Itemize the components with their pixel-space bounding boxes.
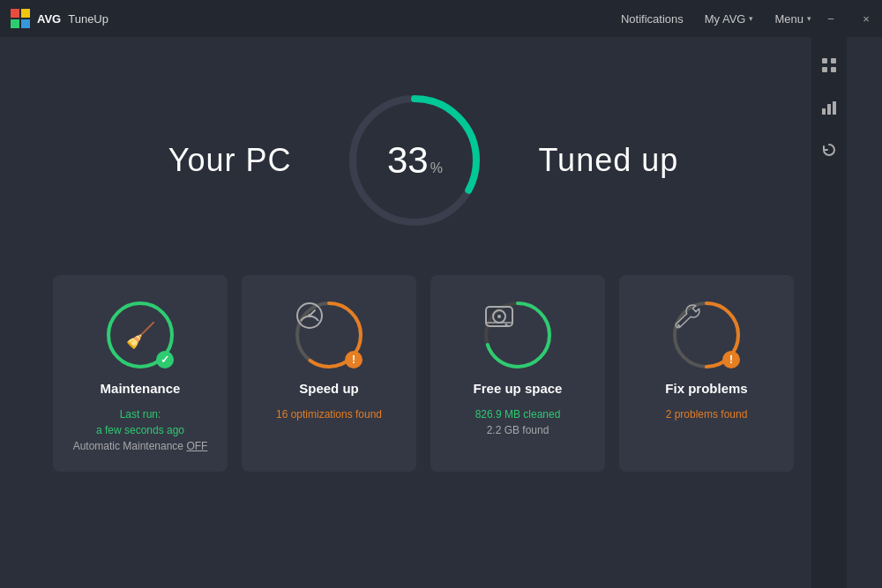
score-display: 33 % <box>387 142 443 179</box>
fix-problems-title: Fix problems <box>665 381 747 396</box>
svg-rect-29 <box>833 101 836 115</box>
svg-point-12 <box>308 314 311 317</box>
score-circle: 33 % <box>344 90 485 231</box>
svg-rect-24 <box>831 58 836 63</box>
cards-section: 🧹 ✓ Maintenance Last run:a few seconds a… <box>0 275 847 472</box>
maintenance-subtitle: Last run:a few seconds ago Automatic Mai… <box>73 406 208 454</box>
avg-prefix: AVG <box>37 12 61 26</box>
speed-up-subtitle: 16 optimizations found <box>276 406 382 422</box>
your-pc-label: Your PC <box>168 142 292 179</box>
titlebar-left: AVG TuneUp <box>11 9 108 28</box>
svg-rect-25 <box>822 67 827 72</box>
free-space-found: 2.2 GB found <box>487 424 549 436</box>
svg-point-19 <box>505 324 508 326</box>
grid-icon[interactable] <box>815 51 843 79</box>
svg-rect-23 <box>822 58 827 63</box>
speedometer-icon <box>294 300 325 331</box>
free-space-cleaned: 826.9 MB cleaned <box>475 408 561 421</box>
refresh-icon[interactable] <box>815 136 843 164</box>
avg-logo-icon <box>11 9 30 28</box>
notifications-button[interactable]: Notifications <box>621 12 684 26</box>
free-space-title: Free up space <box>474 381 563 396</box>
content-area: Your PC 33 % Tuned up <box>0 37 847 588</box>
speed-up-title: Speed up <box>299 381 359 396</box>
score-percent: % <box>430 160 443 176</box>
wrench-icon <box>671 300 703 331</box>
titlebar-nav: Notifications My AVG ▾ Menu ▾ <box>621 0 811 37</box>
svg-rect-28 <box>827 104 831 115</box>
minimize-button[interactable]: − <box>815 0 847 37</box>
maintenance-auto: Automatic Maintenance OFF <box>73 440 208 452</box>
bar-chart-icon[interactable] <box>815 93 843 122</box>
svg-rect-1 <box>21 9 30 18</box>
fix-problems-subtitle: 2 problems found <box>666 406 748 422</box>
close-button[interactable]: × <box>850 0 882 37</box>
menu-chevron-icon: ▾ <box>807 14 811 23</box>
speed-up-card[interactable]: ! Speed up 16 optimizations found <box>242 275 416 472</box>
menu-button[interactable]: Menu ▾ <box>774 12 811 26</box>
score-value: 33 <box>387 142 429 179</box>
app-title: TuneUp <box>68 12 108 26</box>
maintenance-card[interactable]: 🧹 ✓ Maintenance Last run:a few seconds a… <box>53 275 228 472</box>
speed-up-badge: ! <box>345 351 363 368</box>
svg-point-22 <box>677 324 680 327</box>
svg-rect-27 <box>822 108 826 115</box>
fix-problems-ring: ! <box>671 300 742 370</box>
maintenance-off-link[interactable]: OFF <box>186 440 207 452</box>
free-space-card[interactable]: Free up space 826.9 MB cleaned 2.2 GB fo… <box>430 275 605 472</box>
speed-up-ring: ! <box>294 300 364 370</box>
right-sidebar <box>811 37 847 588</box>
maintenance-title: Maintenance <box>101 381 181 396</box>
free-space-subtitle: 826.9 MB cleaned 2.2 GB found <box>475 406 561 438</box>
svg-point-17 <box>497 315 501 318</box>
my-avg-chevron-icon: ▾ <box>749 14 753 23</box>
maintenance-ring: 🧹 ✓ <box>105 300 176 370</box>
titlebar: AVG TuneUp Notifications My AVG ▾ Menu ▾… <box>0 0 882 37</box>
svg-rect-2 <box>11 19 19 28</box>
speed-up-detail: 16 optimizations found <box>276 408 382 421</box>
hdd-icon <box>482 300 516 333</box>
main-area: Your PC 33 % Tuned up <box>0 37 847 588</box>
fix-problems-card[interactable]: ! Fix problems 2 problems found <box>619 275 794 472</box>
score-section: Your PC 33 % Tuned up <box>168 90 679 231</box>
my-avg-button[interactable]: My AVG ▾ <box>705 12 754 26</box>
fix-problems-detail: 2 problems found <box>666 408 748 421</box>
maintenance-last-run: Last run:a few seconds ago <box>96 408 184 436</box>
free-space-ring <box>482 300 553 370</box>
maintenance-icon: 🧹 <box>125 321 156 350</box>
tuned-up-label: Tuned up <box>538 142 678 179</box>
titlebar-controls: − × <box>815 0 882 37</box>
svg-rect-0 <box>11 9 19 18</box>
svg-rect-26 <box>831 67 836 72</box>
svg-rect-3 <box>21 19 30 28</box>
fix-problems-badge: ! <box>722 351 740 368</box>
maintenance-badge: ✓ <box>156 351 174 368</box>
